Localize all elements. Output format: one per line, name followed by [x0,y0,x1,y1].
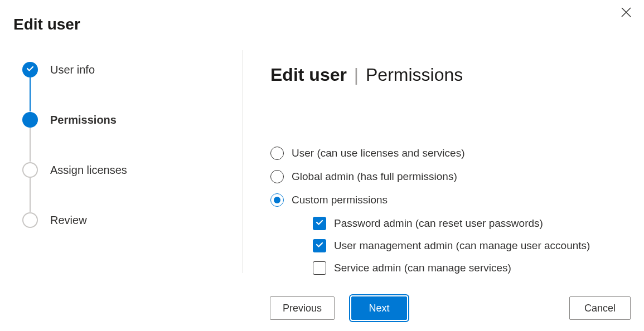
step-circle-pending [22,212,38,228]
step-circle-pending [22,162,38,178]
checkbox-label: User management admin (can manage user a… [334,240,590,252]
checkbox-box [313,261,326,275]
step-label: Assign licenses [50,164,127,177]
step-label: Review [50,214,87,227]
close-button[interactable] [619,7,633,20]
page-title: Edit user [0,0,644,33]
button-bar: Previous Next Cancel [270,296,631,320]
step-user-info[interactable]: User info [22,61,243,78]
checkbox-password-admin[interactable]: Password admin (can reset user passwords… [313,217,631,230]
step-review[interactable]: Review [22,212,243,228]
radio-circle [270,147,284,160]
checkbox-user-management-admin[interactable]: User management admin (can manage user a… [313,239,631,252]
radio-label: User (can use licenses and services) [292,147,464,159]
step-circle-current [22,112,38,128]
cancel-button[interactable]: Cancel [569,296,631,320]
vertical-divider [243,50,243,273]
radio-label: Custom permissions [292,194,388,206]
radio-dot [274,197,280,203]
step-connector [30,177,31,212]
radio-label: Global admin (has full permissions) [292,171,457,183]
heading-light: Permissions [366,65,463,85]
checkmark-icon [315,240,324,251]
checkbox-box-checked [313,217,326,230]
step-permissions[interactable]: Permissions [22,111,243,128]
close-icon [621,7,631,20]
step-assign-licenses[interactable]: Assign licenses [22,162,243,178]
checkbox-service-admin[interactable]: Service admin (can manage services) [313,261,631,275]
radio-custom-permissions[interactable]: Custom permissions [270,193,631,207]
radio-user[interactable]: User (can use licenses and services) [270,147,631,160]
step-circle-completed [22,62,38,77]
step-connector [30,77,31,111]
checkbox-label: Service admin (can manage services) [334,262,511,274]
radio-global-admin[interactable]: Global admin (has full permissions) [270,170,631,183]
step-label: Permissions [50,114,117,126]
next-button[interactable]: Next [351,296,407,320]
checkmark-icon [26,64,35,75]
checkmark-icon [315,218,324,229]
checkbox-box-checked [313,239,326,252]
step-label: User info [50,64,95,76]
permission-radio-group: User (can use licenses and services) Glo… [270,147,631,275]
previous-button[interactable]: Previous [270,296,335,320]
heading-bold: Edit user [270,65,347,85]
custom-permission-checkboxes: Password admin (can reset user passwords… [313,217,631,275]
heading-separator: | [349,65,364,85]
panel-heading: Edit user | Permissions [270,65,631,85]
radio-circle [270,170,284,183]
radio-circle-selected [270,193,284,207]
wizard-stepper: User info Permissions Assign licenses Re… [0,61,243,284]
main-panel: Edit user | Permissions User (can use li… [243,61,644,284]
step-connector [30,127,31,162]
checkbox-label: Password admin (can reset user passwords… [334,217,543,230]
